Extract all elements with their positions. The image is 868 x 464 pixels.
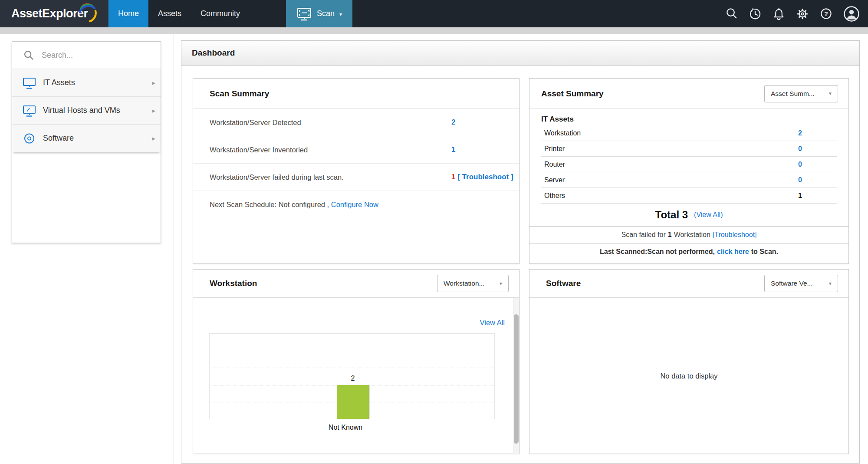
chevron-down-icon: ▼ xyxy=(499,281,503,286)
notifications-icon[interactable] xyxy=(772,7,786,21)
svg-text:?: ? xyxy=(824,10,828,17)
table-row: Server 0 xyxy=(541,172,837,188)
card-title: Workstation xyxy=(210,279,257,288)
last-scanned-note: Last Scanned:Scan not performed, click h… xyxy=(529,244,848,260)
asset-summary-dropdown[interactable]: Asset Summ... ▼ xyxy=(764,85,838,102)
scan-menu-button[interactable]: Scan ▾ xyxy=(286,0,352,27)
chevron-right-icon: ▸ xyxy=(152,107,155,115)
troubleshoot-link[interactable]: [Troubleshoot] xyxy=(713,231,757,239)
total-label: Total 3 xyxy=(655,209,688,221)
chevron-down-icon: ▼ xyxy=(828,91,832,96)
card-title: Software xyxy=(546,279,581,288)
scrollbar-thumb[interactable] xyxy=(514,314,519,444)
scan-summary-card: Scan Summary Workstation/Server Detected… xyxy=(193,78,519,264)
empty-state-message: No data to display xyxy=(529,298,848,454)
chart-scrollbar xyxy=(513,298,519,454)
scan-label: Scan xyxy=(317,9,335,18)
table-row: Workstation 2 xyxy=(541,125,837,141)
scan-summary-row: Workstation/Server Inventoried 1 xyxy=(193,136,519,164)
tab-community[interactable]: Community xyxy=(191,0,250,27)
help-icon[interactable]: ? xyxy=(819,7,833,20)
detected-count-link[interactable]: 2 xyxy=(451,118,455,127)
server-count-link[interactable]: 0 xyxy=(798,176,802,184)
chart-bar[interactable] xyxy=(337,385,369,419)
scan-monitor-icon xyxy=(296,7,312,21)
software-card: Software Software Ve... ▼ No data to dis… xyxy=(529,269,849,454)
scan-caret-icon: ▾ xyxy=(339,11,342,17)
troubleshoot-link[interactable]: [ Troubleshoot ] xyxy=(457,173,513,181)
sidebar-item-label: IT Assets xyxy=(43,78,145,87)
chevron-down-icon: ▼ xyxy=(828,281,832,286)
chevron-right-icon: ▸ xyxy=(152,79,155,87)
table-row: Router 0 xyxy=(541,157,837,172)
sidebar-item-label: Virtual Hosts and VMs xyxy=(43,106,145,115)
workstation-chart: View All 2 Not Known xyxy=(193,298,519,454)
page-title: Dashboard xyxy=(192,48,235,58)
workstation-dropdown[interactable]: Workstation... ▼ xyxy=(437,275,509,292)
scan-schedule-row: Next Scan Schedule: Not configured , Con… xyxy=(193,191,519,218)
history-icon[interactable] xyxy=(748,7,762,21)
failed-count: 1 xyxy=(451,173,455,181)
others-count: 1 xyxy=(798,192,802,200)
workstation-count-link[interactable]: 2 xyxy=(798,129,802,137)
top-navbar: AssetExplorer Home Assets Community xyxy=(0,0,868,27)
sidebar-item-virtual-hosts[interactable]: Virtual Hosts and VMs ▸ xyxy=(12,97,161,125)
asset-summary-card: Asset Summary Asset Summ... ▼ IT Assets … xyxy=(529,78,849,264)
router-count-link[interactable]: 0 xyxy=(798,161,802,168)
scan-failed-note: Scan failed for 1 Workstation [Troublesh… xyxy=(529,227,848,243)
view-all-link[interactable]: (View All) xyxy=(694,211,723,219)
monitor-icon xyxy=(22,76,36,89)
main-panel: Dashboard Scan Summary Workstation/Serve… xyxy=(181,40,860,464)
schedule-text: Next Scan Schedule: Not configured , xyxy=(210,201,331,208)
sidebar-items: IT Assets ▸ Virtual Hosts and VMs ▸ xyxy=(12,69,161,152)
virtual-monitor-icon xyxy=(22,104,36,117)
sidebar: IT Assets ▸ Virtual Hosts and VMs ▸ xyxy=(0,34,174,464)
card-title: Scan Summary xyxy=(210,89,269,99)
scan-summary-row: Workstation/Server Detected 2 xyxy=(193,109,519,136)
table-row: Others 1 xyxy=(541,188,837,204)
account-icon[interactable] xyxy=(843,5,860,23)
click-here-link[interactable]: click here xyxy=(717,248,749,256)
asset-explorer-app: AssetExplorer Home Assets Community xyxy=(0,0,868,464)
disc-icon xyxy=(22,132,36,145)
scan-summary-header: Scan Summary xyxy=(193,79,519,109)
scan-summary-row: Workstation/Server failed during last sc… xyxy=(193,164,519,191)
asset-total-row: Total 3 (View All) xyxy=(529,204,848,226)
asset-group-title: IT Assets xyxy=(541,112,837,125)
software-dropdown[interactable]: Software Ve... ▼ xyxy=(764,275,838,292)
app-logo[interactable]: AssetExplorer xyxy=(0,0,108,27)
tab-home[interactable]: Home xyxy=(108,0,148,27)
view-all-link[interactable]: View All xyxy=(480,319,505,327)
search-icon[interactable] xyxy=(725,7,738,20)
header-divider-strip xyxy=(0,27,868,34)
settings-icon[interactable] xyxy=(796,7,809,21)
bar-value-label: 2 xyxy=(337,375,369,382)
bar-category-label: Not Known xyxy=(209,424,495,431)
chevron-right-icon: ▸ xyxy=(152,135,155,142)
search-icon xyxy=(22,49,35,62)
sidebar-card: IT Assets ▸ Virtual Hosts and VMs ▸ xyxy=(12,41,161,243)
inventoried-count-link[interactable]: 1 xyxy=(451,145,455,154)
navbar-actions: ? xyxy=(725,0,868,27)
asset-summary-table: IT Assets Workstation 2 Printer 0 Router xyxy=(529,109,848,204)
sidebar-item-software[interactable]: Software ▸ xyxy=(12,125,161,152)
logo-swirl-icon xyxy=(76,1,97,23)
configure-now-link[interactable]: Configure Now xyxy=(331,201,378,208)
page-header: Dashboard xyxy=(181,41,859,66)
search-input[interactable] xyxy=(42,51,137,60)
tab-assets[interactable]: Assets xyxy=(148,0,191,27)
sidebar-item-label: Software xyxy=(43,134,145,143)
bar-chart-plot: 2 xyxy=(209,333,495,419)
printer-count-link[interactable]: 0 xyxy=(798,145,802,153)
software-header: Software Software Ve... ▼ xyxy=(529,270,848,298)
sidebar-item-it-assets[interactable]: IT Assets ▸ xyxy=(12,69,161,97)
workstation-header: Workstation Workstation... ▼ xyxy=(193,270,519,298)
card-title: Asset Summary xyxy=(541,89,604,99)
asset-summary-header: Asset Summary Asset Summ... ▼ xyxy=(529,79,848,109)
sidebar-search xyxy=(12,42,161,69)
table-row: Printer 0 xyxy=(541,141,837,157)
workstation-card: Workstation Workstation... ▼ View All xyxy=(193,269,519,454)
